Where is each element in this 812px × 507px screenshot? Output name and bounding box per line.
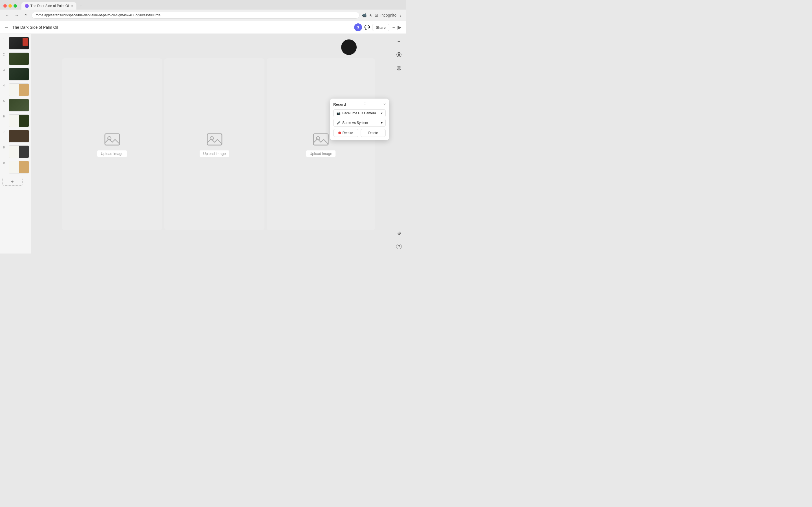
help-button[interactable]: ? <box>395 242 403 251</box>
nav-bar: ← → ↻ tome.app/sarahsworkspace/the-dark-… <box>0 10 406 21</box>
camera-select-icon: 📷 <box>336 111 341 115</box>
tab-close-button[interactable]: × <box>71 4 73 8</box>
cast-button[interactable]: 📹 <box>362 13 366 17</box>
user-avatar-button[interactable]: S <box>354 23 362 31</box>
add-element-icon: + <box>398 39 401 45</box>
record-popup: Record ⠿ × 📷 FaceTime HD Camera ▾ 🎤 Same… <box>330 99 389 140</box>
active-tab[interactable]: The Dark Side of Palm Oil × <box>21 2 77 10</box>
tab-favicon <box>25 4 29 8</box>
canvas-area: Upload image Upload image <box>31 34 406 253</box>
app: ← The Dark Side of Palm Oil S 💬 Share ··… <box>0 21 406 253</box>
image-panel-2[interactable]: Upload image <box>164 58 264 230</box>
add-slide-button[interactable]: + <box>2 178 22 186</box>
add-content-button[interactable]: ⊕ <box>395 228 403 237</box>
slide-thumb-image-4 <box>9 83 29 96</box>
minimize-window-button[interactable] <box>8 4 12 8</box>
slide-number-1: 1 <box>3 38 7 41</box>
audio-select-label: Same As System <box>342 121 368 125</box>
comment-button[interactable]: 💬 <box>364 25 370 30</box>
retake-button[interactable]: Retake <box>333 129 358 137</box>
slide-number-9: 9 <box>3 161 7 165</box>
add-slide-icon: + <box>11 179 13 184</box>
slide-thumbnail-6[interactable]: 6 <box>2 114 29 128</box>
new-tab-button[interactable]: + <box>78 2 85 10</box>
slide-thumb-image-5 <box>9 99 29 112</box>
add-element-button[interactable]: + <box>395 37 403 46</box>
retake-record-icon <box>338 131 341 134</box>
record-button[interactable] <box>395 51 403 60</box>
traffic-lights <box>3 4 17 8</box>
theme-button[interactable] <box>395 64 403 73</box>
slide-thumbnail-8[interactable]: 8 <box>2 145 29 159</box>
slide-number-7: 7 <box>3 130 7 133</box>
slide-thumb-image-2 <box>9 52 29 65</box>
slide-number-6: 6 <box>3 115 7 118</box>
maximize-window-button[interactable] <box>13 4 17 8</box>
camera-select-label: FaceTime HD Camera <box>342 111 376 115</box>
camera-select[interactable]: 📷 FaceTime HD Camera ▾ <box>333 109 386 117</box>
audio-select[interactable]: 🎤 Same As System ▾ <box>333 119 386 127</box>
tab-title: The Dark Side of Palm Oil <box>31 4 70 8</box>
delete-button[interactable]: Delete <box>361 129 386 137</box>
main-area: 1 2 3 4 5 6 7 <box>0 34 406 253</box>
slide-number-5: 5 <box>3 100 7 103</box>
back-button[interactable]: ← <box>4 25 9 30</box>
record-drag-handle[interactable]: ⠿ <box>363 102 366 106</box>
record-icon <box>396 52 402 58</box>
slide-number-2: 2 <box>3 53 7 56</box>
slide-number-8: 8 <box>3 146 7 149</box>
svg-rect-2 <box>207 134 222 145</box>
record-popup-header: Record ⠿ × <box>333 102 386 107</box>
nav-actions: 📹 ★ ⊡ Incognito ⋮ <box>362 13 403 17</box>
slide-thumbnail-2[interactable]: 2 <box>2 52 29 66</box>
upload-image-icon-3 <box>312 131 329 147</box>
image-panel-1[interactable]: Upload image <box>62 58 162 230</box>
address-bar[interactable]: tome.app/sarahsworkspace/the-dark-side-o… <box>32 12 359 18</box>
slide-thumbnail-1[interactable]: 1 <box>2 36 29 50</box>
refresh-nav-button[interactable]: ↻ <box>22 12 29 18</box>
slide-thumbnail-5[interactable]: 5 <box>2 98 29 112</box>
record-actions: Retake Delete <box>333 129 386 137</box>
slide-thumbnail-3[interactable]: 3 <box>2 67 29 81</box>
record-close-button[interactable]: × <box>384 102 386 107</box>
comment-icon: 💬 <box>364 25 370 30</box>
slide-thumbnail-4[interactable]: 4 <box>2 82 29 97</box>
slide-thumb-image-6 <box>9 114 29 127</box>
svg-point-7 <box>398 54 400 56</box>
tab-bar: The Dark Side of Palm Oil × + <box>0 0 406 10</box>
address-text: tome.app/sarahsworkspace/the-dark-side-o… <box>36 13 160 17</box>
slide-thumb-image-8 <box>9 145 29 158</box>
forward-nav-button[interactable]: → <box>13 12 20 18</box>
menu-button[interactable]: ⋮ <box>399 13 403 17</box>
theme-icon <box>396 66 402 72</box>
svg-rect-4 <box>313 134 328 145</box>
right-toolbar: + ⊕ ? <box>392 34 406 253</box>
split-view-button[interactable]: ⊡ <box>375 13 378 17</box>
help-icon: ? <box>396 244 402 249</box>
camera-preview-circle <box>341 40 357 55</box>
close-window-button[interactable] <box>3 4 7 8</box>
slide-thumb-image-7 <box>9 130 29 143</box>
upload-label-2: Upload image <box>200 151 229 157</box>
record-popup-title: Record <box>333 102 346 107</box>
image-panel-3[interactable]: Upload image <box>267 58 375 230</box>
back-nav-button[interactable]: ← <box>3 12 11 18</box>
share-button[interactable]: Share <box>372 24 389 31</box>
add-content-icon: ⊕ <box>397 230 401 236</box>
slide-number-4: 4 <box>3 84 7 87</box>
profile-button[interactable]: Incognito <box>380 13 396 17</box>
slide-thumbnail-7[interactable]: 7 <box>2 129 29 144</box>
header-actions: S 💬 Share ··· ▶ <box>354 23 402 31</box>
more-options-button[interactable]: ··· <box>392 25 395 30</box>
upload-label-3: Upload image <box>306 151 336 157</box>
play-button[interactable]: ▶ <box>398 24 402 31</box>
slide-thumb-image-1 <box>9 37 29 50</box>
retake-label: Retake <box>342 131 353 135</box>
upload-image-icon-1 <box>104 131 121 147</box>
slide-sidebar: 1 2 3 4 5 6 7 <box>0 34 31 253</box>
audio-select-icon: 🎤 <box>336 121 341 125</box>
presentation-title: The Dark Side of Palm Oil <box>12 25 351 30</box>
slide-thumbnail-9[interactable]: 9 <box>2 160 29 174</box>
bookmark-button[interactable]: ★ <box>369 13 372 17</box>
slide-content: Upload image Upload image <box>62 58 375 230</box>
